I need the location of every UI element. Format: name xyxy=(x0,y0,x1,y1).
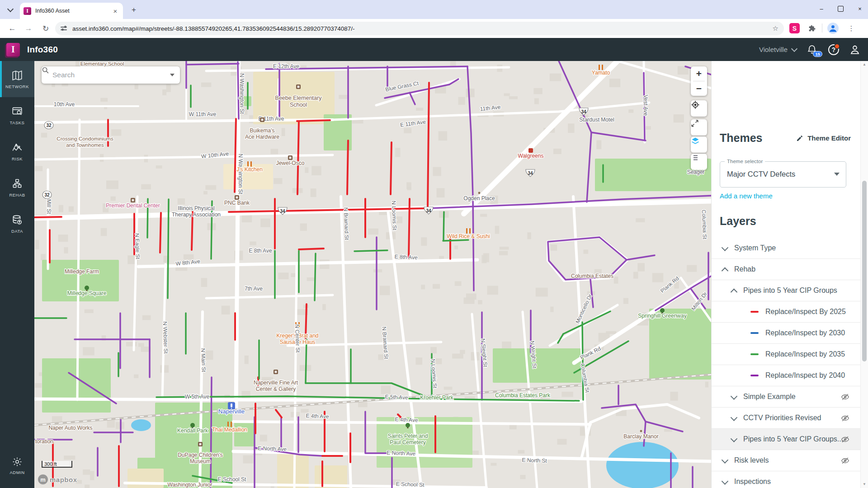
chevron-down-icon[interactable] xyxy=(731,435,738,442)
scroll-down-arrow[interactable]: ▼ xyxy=(861,481,868,488)
map-label: N Washington St xyxy=(239,73,245,114)
reload-button[interactable]: ↻ xyxy=(39,22,52,35)
notifications-bell-icon[interactable]: 15 xyxy=(807,44,818,56)
layers-button[interactable] xyxy=(691,136,707,153)
map-canvas[interactable]: 343434343232Elementary SchoolE 12th AveB… xyxy=(34,61,711,488)
map-search-input[interactable]: Search xyxy=(42,66,180,84)
browser-menu-icon[interactable]: ⋮ xyxy=(844,22,858,35)
browser-profile-avatar[interactable] xyxy=(827,23,839,34)
browser-tab-strip: I Info360 Asset × + – × xyxy=(0,0,868,19)
sidebar-item-risk[interactable]: RISK xyxy=(0,133,34,169)
tab-search-chevron-icon[interactable] xyxy=(5,5,16,15)
layer-label: Rehab xyxy=(734,265,755,273)
layer-row-risk-levels[interactable]: Risk levels xyxy=(712,450,861,471)
layer-row-system-type[interactable]: System Type xyxy=(712,238,861,259)
gear-icon xyxy=(12,456,23,467)
sidebar-item-data[interactable]: DATA xyxy=(0,206,34,242)
search-placeholder: Search xyxy=(52,71,170,79)
map-label: Naperville Fine ArtCenter & Gallery xyxy=(254,380,298,392)
theme-selector-label: Theme selector xyxy=(725,159,765,164)
scroll-up-arrow[interactable]: ▲ xyxy=(861,61,868,68)
chevron-down-icon[interactable] xyxy=(722,456,729,464)
chevron-down-icon[interactable] xyxy=(731,393,738,400)
chevron-down-icon[interactable] xyxy=(731,414,738,421)
tenant-dropdown[interactable]: Violetville xyxy=(759,46,797,53)
browser-tab[interactable]: I Info360 Asset × xyxy=(20,3,123,19)
sidebar-item-network[interactable]: NETWORK xyxy=(0,61,34,97)
theme-editor-button[interactable]: Theme Editor xyxy=(796,134,851,142)
map-label: Springhill Greenway xyxy=(638,313,686,319)
layer-row-pipes-into-5-year-cip-groups[interactable]: Pipes into 5 Year CIP Groups xyxy=(712,280,861,301)
panel-scrollbar[interactable]: ▲ ▼ xyxy=(860,61,868,488)
layer-row-replace-inspect-by-2040[interactable]: Replace/Inspect by 2040 xyxy=(712,365,861,386)
map-label: E 4th Ave xyxy=(306,413,329,420)
locate-button[interactable] xyxy=(691,100,707,117)
help-alert-dot xyxy=(834,43,840,49)
toggle-visibility-button[interactable] xyxy=(841,414,849,424)
scrollbar-thumb[interactable] xyxy=(862,181,867,361)
layer-label: Replace/Inspect by 2035 xyxy=(765,350,845,358)
layer-row-pipes-into-5-year-cip-groups[interactable]: Pipes into 5 Year CIP Groups... xyxy=(712,429,861,450)
svg-text:34: 34 xyxy=(280,209,285,214)
zoom-out-button[interactable]: − xyxy=(691,81,707,96)
chevron-up-icon[interactable] xyxy=(722,267,729,274)
toggle-visibility-button[interactable] xyxy=(841,393,849,403)
back-button[interactable]: ← xyxy=(5,22,19,35)
svg-text:34: 34 xyxy=(581,109,586,114)
layer-row-inspections[interactable]: Inspections xyxy=(712,471,861,488)
sidebar-item-admin[interactable]: ADMIN xyxy=(0,447,34,483)
chevron-up-icon[interactable] xyxy=(731,288,738,296)
layer-row-replace-inspect-by-2030[interactable]: Replace/Inspect by 2030 xyxy=(712,323,861,344)
tab-close-icon[interactable]: × xyxy=(111,7,119,15)
layer-label: System Type xyxy=(734,244,776,252)
theme-selector-value: Major CCTV Defects xyxy=(727,170,795,178)
chevron-down-icon[interactable] xyxy=(722,478,729,485)
map-graphic: 343434343232Elementary SchoolE 12th AveB… xyxy=(34,61,711,488)
theme-selector[interactable]: Theme selector Major CCTV Defects xyxy=(720,161,846,188)
forward-button[interactable]: → xyxy=(22,22,35,35)
legend-color-swatch xyxy=(750,332,759,334)
map-label: Stardust Motel xyxy=(579,117,614,123)
map-label: E 12th Ave xyxy=(273,63,299,70)
mapbox-logo[interactable]: m mapbox xyxy=(38,474,77,484)
visibility-off-icon xyxy=(841,393,849,401)
sidebar-item-tasks[interactable]: TASKS xyxy=(0,97,34,133)
chevron-down-icon[interactable] xyxy=(722,244,729,251)
bookmark-star-icon[interactable]: ☆ xyxy=(773,24,778,33)
map-label: Kendall Park xyxy=(177,427,208,434)
zoom-in-button[interactable]: + xyxy=(691,66,707,81)
layer-label: Simple Example xyxy=(743,393,796,401)
legend-list-button[interactable] xyxy=(691,154,707,170)
map-label: N Loomis St xyxy=(391,201,398,230)
svg-text:34: 34 xyxy=(426,208,431,213)
toggle-visibility-button[interactable] xyxy=(841,435,849,446)
map-label: Naper Auto Works xyxy=(48,425,92,431)
window-maximize-button[interactable] xyxy=(838,6,844,12)
sidebar-item-rehab[interactable]: REHAB xyxy=(0,169,34,206)
layer-label: Inspections xyxy=(734,478,771,486)
tab-favicon: I xyxy=(24,7,31,15)
extensions-icon[interactable] xyxy=(806,22,819,35)
search-dropdown-caret[interactable] xyxy=(170,74,175,76)
new-tab-button[interactable]: + xyxy=(128,5,139,15)
map-label: E North Ave xyxy=(258,445,287,452)
layer-row-replace-inspect-by-2035[interactable]: Replace/Inspect by 2035 xyxy=(712,344,861,365)
address-bar[interactable]: asset.info360.com/map#/map/streets/-88.1… xyxy=(55,22,784,35)
map-label: E School St xyxy=(218,476,246,483)
layer-row-replace-inspect-by-2025[interactable]: Replace/Inspect By 2025 xyxy=(712,301,861,323)
pinned-extension-icon[interactable]: S xyxy=(789,23,800,33)
layer-row-rehab[interactable]: Rehab xyxy=(712,259,861,280)
add-new-theme-link[interactable]: Add a new theme xyxy=(720,192,773,200)
layer-row-simple-example[interactable]: Simple Example xyxy=(712,386,861,408)
window-minimize-button[interactable]: – xyxy=(817,5,826,12)
window-close-button[interactable]: × xyxy=(855,5,864,12)
user-account-icon[interactable] xyxy=(849,44,861,56)
visibility-off-icon xyxy=(841,435,849,444)
help-icon[interactable]: ? xyxy=(828,44,839,55)
map-label: Seager xyxy=(687,169,705,175)
layer-row-cctv-priorities-revised[interactable]: CCTV Priorities Revised xyxy=(712,408,861,429)
toggle-visibility-button[interactable] xyxy=(841,456,849,467)
layer-label: Pipes into 5 Year CIP Groups... xyxy=(743,435,843,443)
site-settings-icon[interactable] xyxy=(61,25,68,32)
fullscreen-button[interactable] xyxy=(691,119,707,136)
